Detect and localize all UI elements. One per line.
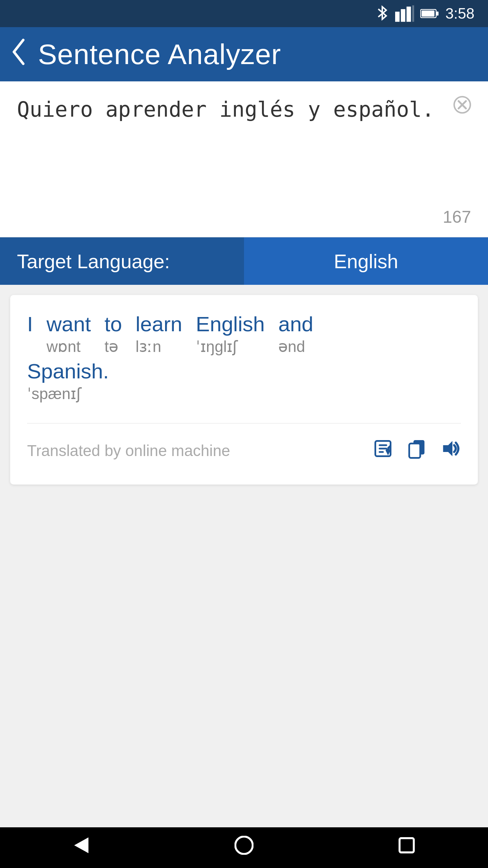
word-group-spanish: Spanish. ˈspænɪʃ [27,359,447,403]
input-area: Quiero aprender inglés y español. 167 [0,81,488,237]
svg-rect-6 [422,11,434,17]
sentence-input[interactable]: Quiero aprender inglés y español. [17,95,471,203]
status-icons: 3:58 [375,4,474,23]
word-to-text: to [104,312,122,336]
svg-rect-5 [436,12,439,16]
svg-point-15 [235,836,252,854]
translated-by: Translated by online machine [27,441,230,460]
nav-recent-icon[interactable] [397,836,416,860]
svg-marker-2 [407,6,411,22]
app-bar: Sentence Analyzer [0,27,488,81]
word-want-text: want [46,312,91,336]
nav-back-icon[interactable] [72,836,91,860]
clear-button[interactable] [453,95,471,118]
word-learn-ipa: lɜːn [136,337,161,356]
word-spanish-text: Spanish. [27,359,109,383]
word-learn-text: learn [136,312,182,336]
word-english-text: English [196,312,265,336]
app-title: Sentence Analyzer [38,38,281,71]
footer-icons [373,437,461,464]
status-time: 3:58 [445,5,474,22]
wifi-icon [395,5,414,22]
back-button[interactable] [10,38,28,70]
card-footer: Translated by online machine [27,437,461,464]
word-to-ipa: tə [104,337,118,356]
words-row: I want wɒnt to tə learn lɜːn English ˈɪŋ… [27,312,461,356]
word-english-ipa: ˈɪŋglɪʃ [196,337,238,356]
speak-icon[interactable] [441,437,461,464]
target-label: Target Language: [0,237,244,285]
word-spanish-ipa: ˈspænɪʃ [27,384,81,403]
bluetooth-icon [375,4,389,23]
svg-marker-0 [395,12,400,22]
word-group-english: English ˈɪŋglɪʃ [196,312,265,356]
spanish-row: Spanish. ˈspænɪʃ [27,359,461,403]
target-language-value: English [334,250,398,273]
svg-rect-12 [409,443,421,458]
word-and-text: and [278,312,313,336]
analysis-card: I want wɒnt to tə learn lɜːn English ˈɪŋ… [10,295,478,485]
word-group-to: to tə [104,312,122,356]
svg-marker-3 [412,5,414,22]
svg-marker-13 [443,441,453,456]
target-language-bar: Target Language: English [0,237,488,285]
word-group-want: want wɒnt [46,312,91,356]
svg-marker-14 [74,837,88,853]
divider [27,423,461,423]
svg-rect-16 [400,838,414,852]
word-group-i: I [27,312,33,336]
nav-home-icon[interactable] [235,836,253,860]
word-and-ipa: ənd [278,337,305,356]
word-i-text: I [27,312,33,336]
target-label-text: Target Language: [17,250,170,273]
copy-icon[interactable] [407,437,427,464]
word-group-learn: learn lɜːn [136,312,182,356]
battery-icon [420,7,439,20]
bottom-nav [0,827,488,868]
svg-marker-1 [401,9,405,22]
edit-icon[interactable] [373,437,393,464]
char-count: 167 [443,207,471,227]
target-language-button[interactable]: English [244,237,488,285]
word-want-ipa: wɒnt [46,337,81,356]
word-group-and: and ənd [278,312,313,356]
status-bar: 3:58 [0,0,488,27]
